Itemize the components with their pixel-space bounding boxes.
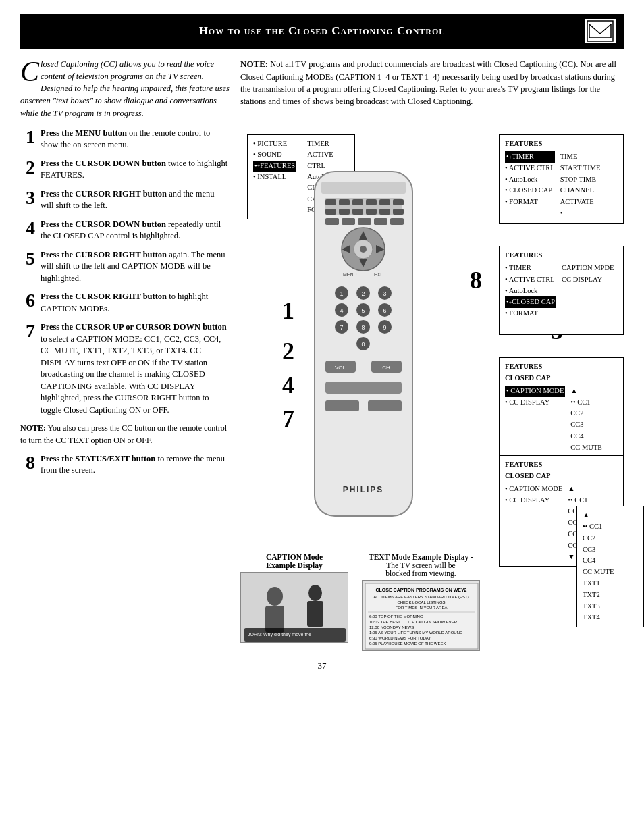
text-mode-label: TEXT Mode Example Display - The TV scree… bbox=[369, 553, 473, 577]
step-4: 4 Press the CURSOR DOWN button repeatedl… bbox=[20, 219, 230, 242]
svg-text:1:05  AS YOUR LIFE TURNS MY WO: 1:05 AS YOUR LIFE TURNS MY WORLD AROUND bbox=[369, 631, 463, 635]
step-6-number: 6 bbox=[20, 291, 35, 310]
note-top: NOTE: Not all TV programs and product co… bbox=[240, 58, 624, 107]
menu2-empty bbox=[505, 319, 556, 331]
svg-text:0: 0 bbox=[361, 341, 365, 348]
step-6-bold: Press the CURSOR RIGHT button bbox=[41, 292, 167, 301]
menu1-channel: CHANNEL bbox=[560, 185, 601, 197]
svg-rect-11 bbox=[379, 199, 390, 205]
menu1-activate: ACTIVATE bbox=[560, 197, 601, 208]
svg-rect-16 bbox=[366, 209, 377, 215]
svg-point-30 bbox=[360, 246, 367, 253]
menu2-content: • TIMER • ACTIVE CTRL • AutoLock •+CLOSE… bbox=[505, 263, 618, 331]
svg-text:5: 5 bbox=[361, 307, 365, 314]
text-mode-label2: The TV screen will beblocked from viewin… bbox=[385, 561, 456, 577]
menu3-cc3: CC3 bbox=[570, 419, 601, 431]
menu1-start-time: START TIME bbox=[560, 163, 601, 174]
menu2-right: CAPTION MPDE CC DISPLAY bbox=[562, 263, 614, 331]
menu4-title: FEATURESCLOSED CAP bbox=[505, 459, 618, 482]
svg-rect-65 bbox=[307, 601, 323, 627]
page-title: How to use the Closed Captioning Control bbox=[59, 24, 585, 38]
svg-text:FOR TIMES IN YOUR AREA: FOR TIMES IN YOUR AREA bbox=[396, 606, 448, 610]
svg-rect-6 bbox=[325, 198, 402, 215]
txt-txt2: TXT2 bbox=[583, 590, 638, 601]
menu2-cc-display: CC DISPLAY bbox=[562, 274, 614, 286]
svg-text:CH: CH bbox=[382, 365, 390, 371]
step-number-7-large: 7 bbox=[282, 405, 294, 433]
svg-text:6:30  WORLD NEWS FOR TODAY: 6:30 WORLD NEWS FOR TODAY bbox=[369, 636, 431, 640]
step-7-bold: Press the CURSOR UP or CURSOR DOWN butto… bbox=[41, 322, 227, 332]
txt-txt4: TXT4 bbox=[583, 612, 638, 623]
text-mode-label1: TEXT Mode Example Display - bbox=[369, 553, 473, 561]
svg-rect-13 bbox=[325, 209, 336, 215]
svg-rect-23 bbox=[390, 218, 404, 225]
page-header: How to use the Closed Captioning Control bbox=[20, 14, 624, 49]
menu4-cc1: •• CC1 bbox=[568, 495, 599, 506]
page-number: 37 bbox=[20, 660, 624, 671]
menu3-cc2: CC2 bbox=[570, 408, 601, 419]
svg-text:2: 2 bbox=[361, 290, 365, 297]
svg-text:CLOSE CAPTION PROGRAMS ON WEY2: CLOSE CAPTION PROGRAMS ON WEY2 bbox=[376, 588, 467, 592]
svg-point-64 bbox=[308, 585, 322, 601]
menu4-caption: • CAPTION MODE bbox=[505, 484, 562, 495]
step-5-number: 5 bbox=[20, 249, 35, 268]
step-2: 2 Press the CURSOR DOWN button twice to … bbox=[20, 158, 230, 182]
right-column: NOTE: Not all TV programs and product co… bbox=[240, 58, 624, 651]
menu2-autolock: • AutoLock bbox=[505, 286, 556, 297]
step-7: 7 Press the CURSOR UP or CURSOR DOWN but… bbox=[20, 321, 230, 416]
txt-cc3: CC3 bbox=[583, 544, 638, 556]
svg-text:7: 7 bbox=[340, 324, 343, 331]
steps-list: 1 Press the MENU button on the remote co… bbox=[20, 128, 230, 417]
svg-rect-21 bbox=[358, 218, 371, 225]
txt-menu: ▲ •• CC1 CC2 CC3 CC4 CC MUTE TXT1 TXT2 T… bbox=[576, 506, 644, 627]
caption-mode-label: CAPTION Mode Example Display bbox=[266, 553, 323, 569]
svg-rect-10 bbox=[366, 199, 377, 205]
svg-rect-19 bbox=[325, 218, 339, 225]
caption-mode-example: CAPTION Mode Example Display bbox=[240, 553, 348, 643]
svg-rect-8 bbox=[339, 199, 350, 205]
menu-item-sound: • SOUND bbox=[253, 149, 296, 160]
step-2-bold: Press the CURSOR DOWN button bbox=[41, 159, 166, 168]
svg-text:6:00  TOP OF THE MORNING: 6:00 TOP OF THE MORNING bbox=[369, 615, 423, 619]
intro-paragraph: Closed Captioning (CC) allows you to rea… bbox=[20, 58, 230, 120]
caption-examples-section: CAPTION Mode Example Display bbox=[240, 553, 624, 651]
header-icon bbox=[585, 19, 616, 43]
step-number-2-large: 2 bbox=[282, 337, 294, 365]
svg-rect-5 bbox=[321, 182, 406, 194]
step-1-bold: Press the MENU button bbox=[41, 128, 127, 138]
step-3-number: 3 bbox=[20, 188, 35, 207]
menu2-format: • FORMAT bbox=[505, 308, 556, 319]
step-3-bold: Press the CURSOR RIGHT button bbox=[41, 189, 167, 199]
svg-text:12:00  NOONDAY NEWS: 12:00 NOONDAY NEWS bbox=[369, 625, 414, 629]
menu3-left: • CAPTION MODE • CC DISPLAY bbox=[505, 386, 565, 465]
svg-text:6: 6 bbox=[383, 307, 386, 314]
menu1-left: •+TIMER • ACTIVE CTRL • AutoLock • CLOSE… bbox=[505, 151, 555, 219]
menu3-cc1: •• CC1 bbox=[570, 397, 601, 409]
step-8: 8 Press the STATUS/EXIT button to remove… bbox=[20, 453, 230, 477]
menu4-cc-display: • CC DISPLAY bbox=[505, 495, 562, 506]
menu4-left: • CAPTION MODE • CC DISPLAY bbox=[505, 484, 562, 563]
menu1-autolock: • AutoLock bbox=[505, 174, 555, 186]
svg-rect-15 bbox=[352, 209, 363, 215]
note-top-label: NOTE: bbox=[240, 59, 268, 69]
svg-rect-9 bbox=[352, 199, 363, 205]
svg-text:9: 9 bbox=[383, 324, 386, 331]
txt-txt3: TXT3 bbox=[583, 601, 638, 613]
svg-text:JOHN: Why did they move the: JOHN: Why did they move the bbox=[248, 632, 311, 637]
step-number-8-large: 8 bbox=[470, 266, 482, 294]
step-6: 6 Press the CURSOR RIGHT button to highl… bbox=[20, 291, 230, 315]
note-bottom-label: NOTE: bbox=[20, 423, 46, 433]
svg-rect-59 bbox=[368, 400, 402, 411]
intro-text: losed Captioning (CC) allows you to read… bbox=[20, 59, 230, 118]
svg-text:MENU: MENU bbox=[343, 272, 357, 277]
note-top-text: Not all TV programs and product commerci… bbox=[240, 59, 616, 106]
step-8-bold: Press the STATUS/EXIT button bbox=[41, 454, 155, 463]
svg-point-62 bbox=[267, 587, 283, 606]
step-5-bold: Press the CURSOR RIGHT button bbox=[41, 250, 167, 259]
menu1-empty bbox=[505, 208, 555, 219]
svg-text:CHECK LOCAL LISTINGS: CHECK LOCAL LISTINGS bbox=[397, 600, 445, 604]
step-2-number: 2 bbox=[20, 158, 35, 177]
menu3-cc4: CC4 bbox=[570, 431, 601, 442]
step-7-number: 7 bbox=[20, 321, 35, 340]
caption-mode-image: JOHN: Why did they move the bbox=[240, 572, 348, 643]
